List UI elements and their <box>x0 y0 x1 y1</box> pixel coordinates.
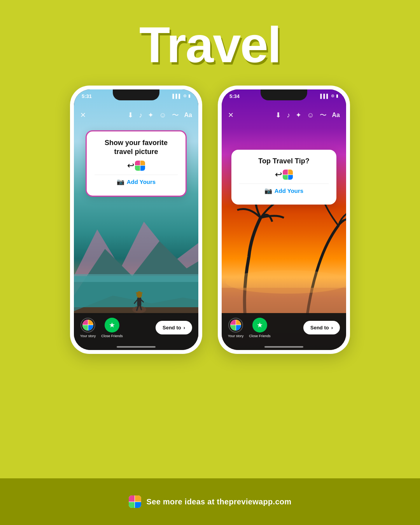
phone2-sticker-card: Top Travel Tip? ↩ 📷 Add Yours <box>231 150 336 205</box>
svg-point-5 <box>132 306 146 313</box>
phone2-close-friends[interactable]: ★ Close Friends <box>249 318 271 338</box>
page-title: Travel <box>139 19 281 70</box>
phone2-add-yours-label: Add Yours <box>275 187 303 194</box>
download-icon[interactable]: ⬇ <box>128 111 133 119</box>
phone1-sticker-icons: ↩ <box>94 161 178 171</box>
phone1-time: 5:31 <box>82 93 92 99</box>
draw-icon[interactable]: 〜 <box>172 110 179 120</box>
footer-text: See more ideas at thepreviewapp.com <box>147 497 292 506</box>
phone1-toolbar: ✕ ⬇ ♪ ✦ ☺ 〜 Aa <box>74 107 198 124</box>
your-story-logo-1 <box>82 320 93 331</box>
phone1-bottom-bar: Your story ★ Close Friends Send to › <box>74 313 198 350</box>
music-icon-2[interactable]: ♪ <box>287 111 290 119</box>
phone1-bottom-left: Your story ★ Close Friends <box>80 318 123 338</box>
your-story-icon-2 <box>228 318 243 332</box>
bounce-icon: ↩ <box>127 161 134 171</box>
phone2-send-to-btn[interactable]: Send to › <box>303 321 340 334</box>
close-icon-2[interactable]: ✕ <box>228 111 234 119</box>
phone1-home-indicator <box>117 346 156 348</box>
person-silhouette <box>131 282 147 313</box>
text-icon-2[interactable]: Aa <box>332 112 340 119</box>
phone2: 5:34 ▌▌▌ ⊛ ▮ ✕ ⬇ ♪ ✦ ☺ 〜 <box>218 86 350 354</box>
svg-rect-6 <box>137 298 142 306</box>
phone1-send-to-text: Send to <box>163 325 181 331</box>
title-section: Travel <box>139 0 281 70</box>
your-story-logo-2 <box>230 320 241 331</box>
phone1-close-friends-label: Close Friends <box>101 334 123 338</box>
phone1: 5:31 ▌▌▌ ⊛ ▮ ✕ ⬇ ♪ ✦ ☺ 〜 <box>70 86 202 354</box>
phone1-add-yours-btn[interactable]: 📷 Add Yours <box>94 175 178 189</box>
phone1-sticker-card: Show your favorite travel picture ↩ 📷 <box>86 130 187 197</box>
star-icon-2: ★ <box>257 321 263 329</box>
chevron-right-icon-2: › <box>331 325 333 331</box>
battery-icon-2: ▮ <box>336 93 338 98</box>
phone1-screen: 5:31 ▌▌▌ ⊛ ▮ ✕ ⬇ ♪ ✦ ☺ 〜 <box>74 89 198 350</box>
download-icon-2[interactable]: ⬇ <box>275 111 281 119</box>
phone2-bottom-bar: Your story ★ Close Friends Send to › <box>222 313 346 350</box>
preview-logo-1 <box>135 161 145 171</box>
phones-container: 5:31 ▌▌▌ ⊛ ▮ ✕ ⬇ ♪ ✦ ☺ 〜 <box>54 86 366 354</box>
phone2-bottom-left: Your story ★ Close Friends <box>228 318 271 338</box>
phone1-your-story[interactable]: Your story <box>80 318 96 338</box>
bounce-icon-2: ↩ <box>275 170 282 180</box>
wifi-icon-2: ⊛ <box>331 93 334 98</box>
sparkle-icon[interactable]: ✦ <box>148 111 154 119</box>
phone1-status-icons: ▌▌▌ ⊛ ▮ <box>173 93 191 98</box>
phone1-toolbar-icons: ⬇ ♪ ✦ ☺ 〜 Aa <box>128 110 192 120</box>
signal-icon: ▌▌▌ <box>173 94 182 98</box>
phone1-sticker-text: Show your favorite travel picture <box>94 138 178 157</box>
svg-rect-4 <box>74 274 198 282</box>
camera-icon-2: 📷 <box>264 187 272 194</box>
wifi-icon: ⊛ <box>183 93 187 98</box>
phone2-screen: 5:34 ▌▌▌ ⊛ ▮ ✕ ⬇ ♪ ✦ ☺ 〜 <box>222 89 346 350</box>
phone2-send-to-text: Send to <box>310 325 329 331</box>
svg-rect-9 <box>138 291 140 294</box>
phone2-your-story[interactable]: Your story <box>228 318 243 338</box>
preview-logo-2 <box>283 170 293 180</box>
phone2-toolbar: ✕ ⬇ ♪ ✦ ☺ 〜 Aa <box>222 107 346 124</box>
main-area: Travel <box>0 0 420 478</box>
footer-logo <box>129 495 141 508</box>
close-friends-icon-1: ★ <box>105 318 119 332</box>
music-icon[interactable]: ♪ <box>139 111 142 119</box>
sparkle-icon-2[interactable]: ✦ <box>296 111 301 119</box>
phone2-notch <box>261 89 307 100</box>
phone1-send-to-btn[interactable]: Send to › <box>156 321 192 334</box>
phone2-your-story-label: Your story <box>228 334 243 338</box>
phone2-status-icons: ▌▌▌ ⊛ ▮ <box>320 93 338 98</box>
camera-icon-1: 📷 <box>117 178 124 186</box>
chevron-right-icon-1: › <box>184 325 185 331</box>
phone1-your-story-label: Your story <box>80 334 96 338</box>
close-icon[interactable]: ✕ <box>80 111 86 119</box>
phone1-notch <box>113 89 159 100</box>
phone2-close-friends-label: Close Friends <box>249 334 271 338</box>
draw-icon-2[interactable]: 〜 <box>320 110 327 120</box>
battery-icon: ▮ <box>188 93 191 98</box>
sticker-icon[interactable]: ☺ <box>159 111 166 119</box>
close-friends-icon-2: ★ <box>252 318 267 332</box>
phone2-sticker-text: Top Travel Tip? <box>239 157 329 166</box>
phone2-toolbar-icons: ⬇ ♪ ✦ ☺ 〜 Aa <box>275 110 340 120</box>
svg-line-13 <box>141 300 143 302</box>
phone2-time: 5:34 <box>229 93 240 99</box>
phone2-home-indicator <box>264 346 303 348</box>
your-story-icon-1 <box>80 318 95 332</box>
signal-icon-2: ▌▌▌ <box>320 94 329 98</box>
footer: See more ideas at thepreviewapp.com <box>0 478 420 525</box>
svg-line-12 <box>135 300 137 303</box>
svg-point-15 <box>226 270 346 294</box>
phone2-sticker-icons: ↩ <box>239 170 329 180</box>
text-icon[interactable]: Aa <box>184 112 192 119</box>
sticker-icon-2[interactable]: ☺ <box>307 111 314 119</box>
phone1-close-friends[interactable]: ★ Close Friends <box>101 318 123 338</box>
star-icon-1: ★ <box>109 321 115 329</box>
phone2-add-yours-btn[interactable]: 📷 Add Yours <box>239 184 329 198</box>
phone1-add-yours-label: Add Yours <box>127 178 156 185</box>
